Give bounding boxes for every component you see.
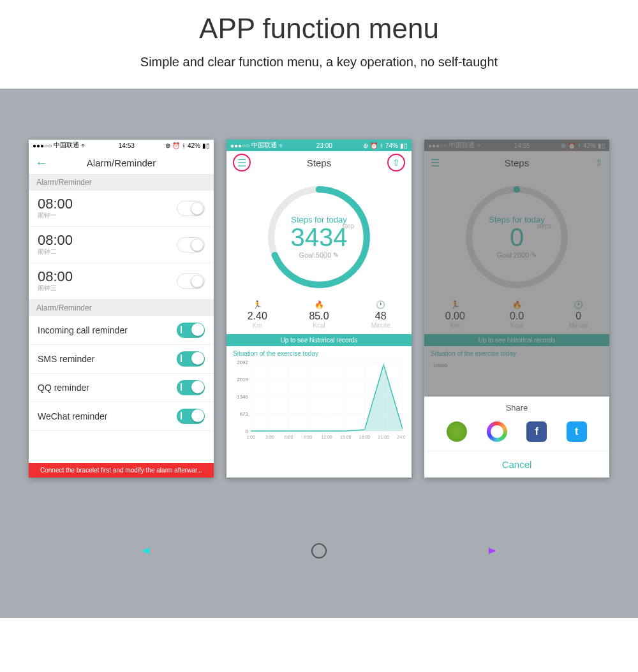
stat-calories: 🔥85.0Kcal xyxy=(288,300,350,329)
cancel-button[interactable]: Cancel xyxy=(424,451,609,478)
progress-ring: Steps for today 3434 Goal:5000 ✎ step xyxy=(226,174,412,296)
svg-text:1346: 1346 xyxy=(237,394,248,400)
hero: APP function menu Simple and clear funct… xyxy=(0,0,638,89)
svg-marker-36 xyxy=(489,548,496,554)
alarm-row[interactable]: 08:00闹钟二 xyxy=(29,227,214,263)
phone-gallery: ●●●○○ 中国联通 ᯤ 14:53 ⊕ ⏰ ᚼ 42% ▮▯ ← Alarm/… xyxy=(0,89,638,522)
svg-text:15:00: 15:00 xyxy=(340,435,352,439)
svg-point-37 xyxy=(312,544,326,558)
menu-highlight: ☰ xyxy=(233,154,251,172)
steps-chart: 06731346201926921:003:006:009:0012:0015:… xyxy=(226,358,412,447)
svg-text:9:00: 9:00 xyxy=(303,435,312,439)
status-icons: ⊕ ⏰ ᚼ xyxy=(363,142,383,149)
phone-steps: ●●●○○ 中国联通 ᯤ 23:00 ⊕ ⏰ ᚼ 74% ▮▯ ☰ Steps … xyxy=(226,140,412,478)
carrier: 中国联通 xyxy=(251,141,277,150)
alarm-row[interactable]: 08:00闹钟一 xyxy=(29,191,214,227)
screen-title: Alarm/Reminder xyxy=(87,157,156,168)
svg-marker-35 xyxy=(142,548,149,554)
alarm-label: 闹钟二 xyxy=(38,247,73,256)
hero-subtitle: Simple and clear function menu, a key op… xyxy=(0,55,638,69)
runner-icon: 🏃 xyxy=(226,300,288,309)
wechat-icon[interactable] xyxy=(447,421,467,442)
carrier: 中国联通 xyxy=(54,141,79,150)
svg-text:12:00: 12:00 xyxy=(321,435,332,439)
phone-alarm: ●●●○○ 中国联通 ᯤ 14:53 ⊕ ⏰ ᚼ 42% ▮▯ ← Alarm/… xyxy=(29,140,214,478)
alarm-row[interactable]: 08:00闹钟三 xyxy=(29,263,214,300)
svg-text:3:00: 3:00 xyxy=(265,435,274,439)
section-header: Alarm/Reminder xyxy=(29,300,214,316)
status-time: 23:00 xyxy=(316,142,332,149)
back-icon[interactable]: ← xyxy=(35,156,48,170)
reminder-row[interactable]: Incoming call reminder xyxy=(29,316,214,345)
alarm-toggle[interactable] xyxy=(177,274,205,289)
svg-text:2692: 2692 xyxy=(237,360,248,365)
goal-label: Goal:5000 xyxy=(299,251,332,259)
alarm-time: 08:00 xyxy=(38,197,73,211)
stats-row: 🏃2.40Km 🔥85.0Kcal 🕐48Minute xyxy=(226,296,412,330)
alarm-label: 闹钟一 xyxy=(38,211,73,220)
screen-title: Steps xyxy=(307,157,331,168)
signal-icon: ●●●○○ xyxy=(230,142,249,149)
wifi-icon: ᯤ xyxy=(279,142,285,149)
stat-time: 🕐48Minute xyxy=(350,300,412,329)
hero-title: APP function menu xyxy=(0,13,638,45)
status-time: 14:53 xyxy=(119,142,135,149)
reminder-label: Incoming call reminder xyxy=(38,325,128,335)
clock-icon: 🕐 xyxy=(350,300,412,309)
statusbar: ●●●○○ 中国联通 ᯤ 14:53 ⊕ ⏰ ᚼ 42% ▮▯ xyxy=(29,140,214,151)
reminder-label: WeChat reminder xyxy=(38,411,107,421)
alarm-icon: ⊕ ⏰ ᚼ xyxy=(165,142,186,149)
reminder-row[interactable]: QQ reminder xyxy=(29,374,214,402)
svg-text:6:00: 6:00 xyxy=(285,435,293,439)
battery: 42% xyxy=(188,142,200,149)
reminder-row[interactable]: SMS reminder xyxy=(29,345,214,374)
flame-icon: 🔥 xyxy=(288,300,350,309)
battery-icon: ▮▯ xyxy=(202,142,210,149)
share-highlight: ⇧ xyxy=(387,154,405,172)
reminder-label: QQ reminder xyxy=(38,383,89,393)
moments-icon[interactable] xyxy=(487,421,507,442)
alarm-toggle[interactable] xyxy=(177,237,205,252)
svg-text:24:00: 24:00 xyxy=(397,435,405,439)
step-count: 3434 xyxy=(291,224,348,250)
alarm-time: 08:00 xyxy=(38,270,73,284)
stat-distance: 🏃2.40Km xyxy=(226,300,288,329)
alarm-toggle[interactable] xyxy=(177,201,205,216)
phone-share: ●●●○○ 中国联通 ᯤ 14:55 ⊕ ⏰ ᚼ 42% ▮▯ ☰ Steps … xyxy=(424,140,609,478)
share-icon[interactable]: ⇧ xyxy=(392,157,400,168)
svg-text:18:00: 18:00 xyxy=(359,435,371,439)
alarm-label: 闹钟三 xyxy=(38,284,73,293)
svg-text:0: 0 xyxy=(246,428,249,434)
reminder-row[interactable]: WeChat reminder xyxy=(29,402,214,431)
svg-text:2019: 2019 xyxy=(237,377,248,383)
battery: 74% xyxy=(385,142,398,149)
step-unit: step xyxy=(342,223,354,230)
reminder-toggle[interactable] xyxy=(177,323,205,338)
gallery-slider xyxy=(0,522,638,618)
section-header: Alarm/Reminder xyxy=(29,174,214,191)
reminder-toggle[interactable] xyxy=(177,351,205,367)
svg-text:1:00: 1:00 xyxy=(246,435,255,439)
chart-title: Situation of the exercise today xyxy=(226,346,412,358)
signal-icon: ●●●○○ xyxy=(33,142,52,149)
battery-icon: ▮▯ xyxy=(400,142,408,149)
share-sheet: Share f t Cancel xyxy=(424,397,609,478)
edit-icon[interactable]: ✎ xyxy=(333,251,339,259)
navbar: ☰ Steps ⇧ xyxy=(226,151,412,174)
statusbar: ●●●○○ 中国联通 ᯤ 23:00 ⊕ ⏰ ᚼ 74% ▮▯ xyxy=(226,140,412,151)
history-band[interactable]: Up to see historical records xyxy=(226,334,412,346)
reminder-toggle[interactable] xyxy=(177,380,205,395)
svg-text:673: 673 xyxy=(240,411,249,417)
menu-icon[interactable]: ☰ xyxy=(237,157,246,169)
alarm-time: 08:00 xyxy=(38,233,73,247)
warning-banner: Connect the bracelet first and modify th… xyxy=(29,463,214,478)
reminder-toggle[interactable] xyxy=(177,409,205,424)
share-title: Share xyxy=(424,397,609,418)
wifi-icon: ᯤ xyxy=(81,142,87,149)
twitter-icon[interactable]: t xyxy=(567,421,587,442)
reminder-label: SMS reminder xyxy=(38,354,94,364)
svg-text:21:00: 21:00 xyxy=(378,435,389,439)
facebook-icon[interactable]: f xyxy=(526,421,547,442)
navbar: ← Alarm/Reminder xyxy=(29,151,214,174)
